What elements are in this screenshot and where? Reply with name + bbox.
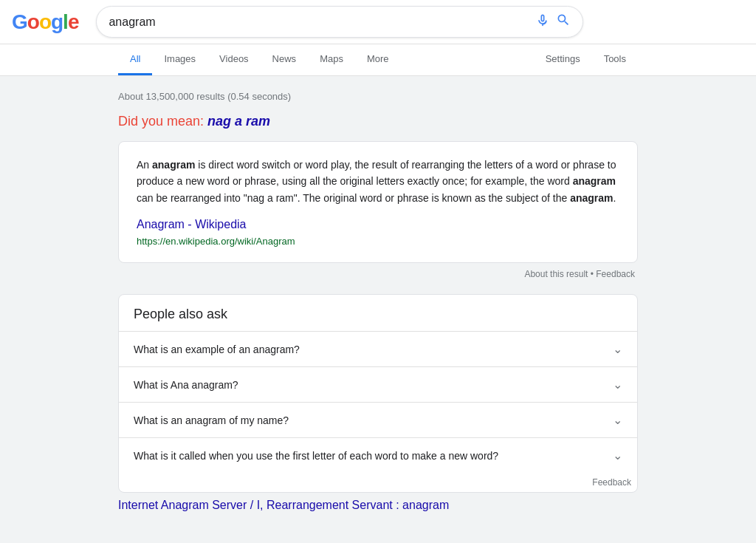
logo-letter-o1: o <box>27 10 39 33</box>
bottom-result: Internet Anagram Server / I, Rearrangeme… <box>118 499 638 512</box>
paa-question-2: What is an anagram of my name? <box>134 414 289 426</box>
paa-item-1[interactable]: What is Ana anagram? ⌄ <box>119 366 637 402</box>
tab-tools[interactable]: Tools <box>592 44 638 75</box>
bottom-result-link[interactable]: Internet Anagram Server / I, Rearrangeme… <box>118 499 449 511</box>
mic-icon[interactable] <box>535 13 550 31</box>
nav-tabs: All Images Videos News Maps More Setting… <box>0 44 756 76</box>
chevron-down-icon-3: ⌄ <box>613 448 622 462</box>
wikipedia-link[interactable]: Anagram - Wikipedia <box>137 218 619 231</box>
nav-right: Settings Tools <box>534 44 638 75</box>
search-icon[interactable] <box>556 13 571 31</box>
main-content: About 13,500,000 results (0.54 seconds) … <box>0 76 756 530</box>
paa-item-2[interactable]: What is an anagram of my name? ⌄ <box>119 402 637 437</box>
tab-maps[interactable]: Maps <box>308 44 355 75</box>
paa-item-0[interactable]: What is an example of an anagram? ⌄ <box>119 331 637 366</box>
did-you-mean: Did you mean: nag a ram <box>118 114 638 129</box>
feedback-link[interactable]: About this result • Feedback <box>524 269 635 279</box>
logo-letter-o2: o <box>39 10 51 33</box>
paa-feedback: Feedback <box>119 473 637 492</box>
paa-question-3: What is it called when you use the first… <box>134 450 498 462</box>
wikipedia-url: https://en.wikipedia.org/wiki/Anagram <box>137 236 295 247</box>
paa-question-1: What is Ana anagram? <box>134 379 238 391</box>
did-you-mean-link[interactable]: nag a ram <box>207 114 270 129</box>
people-also-ask-box: People also ask What is an example of an… <box>118 294 638 493</box>
logo-letter-g: G <box>12 10 27 33</box>
tab-news[interactable]: News <box>261 44 309 75</box>
logo-letter-g2: g <box>51 10 63 33</box>
tab-all[interactable]: All <box>118 44 152 75</box>
featured-snippet-box: An anagram is direct word switch or word… <box>118 141 638 263</box>
search-bar <box>96 6 583 38</box>
did-you-mean-label: Did you mean: <box>118 114 204 129</box>
tab-more[interactable]: More <box>355 44 401 75</box>
featured-snippet-text: An anagram is direct word switch or word… <box>137 157 619 206</box>
tab-settings[interactable]: Settings <box>534 44 592 75</box>
result-feedback: About this result • Feedback <box>118 269 635 279</box>
logo-letter-l: l <box>63 10 68 33</box>
chevron-down-icon-0: ⌄ <box>613 342 622 356</box>
paa-title: People also ask <box>119 295 637 331</box>
paa-feedback-link[interactable]: Feedback <box>592 477 631 488</box>
search-input[interactable] <box>109 16 529 29</box>
tab-videos[interactable]: Videos <box>207 44 261 75</box>
chevron-down-icon-2: ⌄ <box>613 413 622 427</box>
result-stats: About 13,500,000 results (0.54 seconds) <box>118 91 638 102</box>
tab-images[interactable]: Images <box>152 44 207 75</box>
paa-item-3[interactable]: What is it called when you use the first… <box>119 437 637 473</box>
paa-question-0: What is an example of an anagram? <box>134 344 300 355</box>
chevron-down-icon-1: ⌄ <box>613 378 622 392</box>
google-logo: Google <box>12 10 78 34</box>
header: Google <box>0 0 756 44</box>
logo-letter-e: e <box>68 10 79 33</box>
